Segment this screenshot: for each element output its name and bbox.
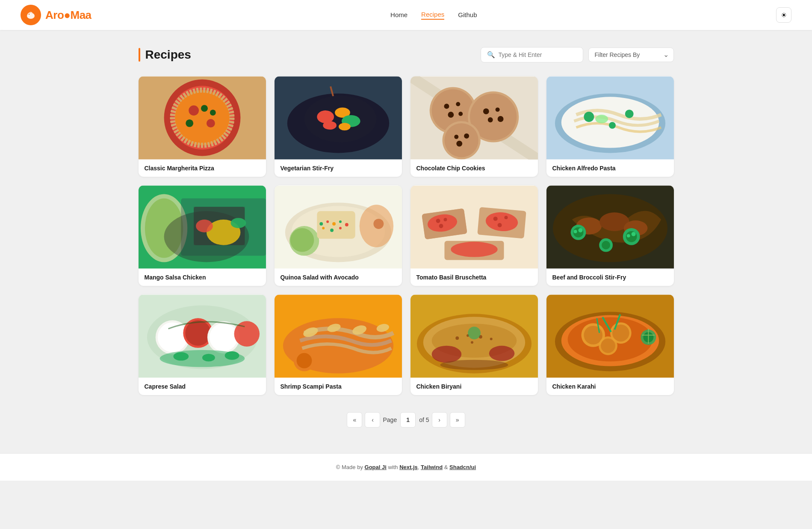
recipe-name: Chocolate Chip Cookies — [410, 160, 538, 177]
svg-point-57 — [230, 218, 246, 228]
svg-point-108 — [185, 320, 211, 346]
svg-point-87 — [451, 242, 497, 257]
svg-point-28 — [456, 102, 460, 106]
recipe-card[interactable]: Chicken Karahi — [546, 294, 674, 395]
svg-point-113 — [173, 352, 189, 361]
recipe-card[interactable]: Chicken Biryani — [410, 294, 538, 395]
svg-point-11 — [186, 119, 193, 127]
recipe-image-10 — [275, 294, 402, 378]
svg-point-67 — [339, 220, 341, 223]
svg-point-29 — [448, 112, 454, 118]
svg-point-70 — [330, 229, 334, 232]
recipe-card[interactable]: Quinoa Salad with Avocado — [275, 185, 402, 286]
svg-point-131 — [490, 338, 492, 340]
svg-point-48 — [595, 115, 608, 123]
recipe-image-7 — [410, 185, 538, 269]
recipe-card[interactable]: Beef and Broccoli Stir-Fry — [546, 185, 674, 286]
next-page-button[interactable]: › — [432, 412, 447, 428]
svg-point-71 — [339, 227, 341, 229]
nav-github[interactable]: Github — [458, 11, 477, 19]
recipe-card[interactable]: Chicken Alfredo Pasta — [546, 76, 674, 177]
svg-point-40 — [464, 134, 469, 139]
prev-page-button[interactable]: ‹ — [365, 412, 380, 428]
filter-wrap: Filter Recipes By Breakfast Lunch Dinner… — [588, 48, 674, 62]
recipe-card[interactable]: Caprese Salad — [139, 294, 266, 395]
recipe-name: Chicken Karahi — [546, 378, 674, 395]
svg-point-100 — [626, 234, 630, 238]
svg-point-41 — [456, 141, 462, 147]
svg-point-46 — [625, 110, 633, 118]
svg-point-134 — [489, 346, 514, 361]
recipe-name: Vegetarian Stir-Fry — [275, 160, 402, 177]
svg-point-39 — [454, 135, 458, 139]
recipe-name: Classic Margherita Pizza — [139, 160, 266, 177]
svg-point-95 — [578, 228, 582, 232]
page-info: Page 1 of 5 — [383, 412, 429, 428]
svg-point-17 — [304, 95, 376, 142]
recipe-image-5 — [139, 185, 266, 269]
of-total-label: of 5 — [419, 416, 429, 423]
recipe-grid: Classic Margherita Pizza Vegetarian Stir… — [139, 76, 674, 395]
logo-icon — [21, 5, 41, 25]
search-filter-area: 🔍 Filter Recipes By Breakfast Lunch Dinn… — [481, 47, 674, 62]
footer: © Made by Gopal Ji with Next.js, Tailwin… — [0, 453, 812, 481]
svg-point-133 — [431, 346, 461, 363]
logo-text: Aro●Maa — [45, 9, 92, 22]
svg-point-99 — [631, 232, 635, 236]
svg-point-10 — [201, 105, 208, 112]
svg-point-64 — [319, 222, 323, 226]
recipe-image-4 — [546, 76, 674, 160]
svg-point-65 — [326, 220, 329, 223]
svg-point-8 — [189, 105, 199, 116]
svg-point-62 — [290, 228, 314, 252]
svg-point-68 — [345, 223, 348, 226]
recipe-image-2 — [275, 76, 402, 160]
svg-point-123 — [296, 353, 312, 369]
page-title: Recipes — [145, 48, 191, 62]
search-input[interactable] — [499, 51, 577, 58]
svg-point-115 — [224, 351, 239, 360]
svg-point-3 — [29, 14, 30, 15]
svg-point-45 — [584, 112, 594, 122]
recipe-card[interactable]: Chocolate Chip Cookies — [410, 76, 538, 177]
recipe-card[interactable]: Tomato Basil Bruschetta — [410, 185, 538, 286]
nav-recipes[interactable]: Recipes — [421, 11, 444, 20]
svg-point-146 — [601, 339, 615, 353]
recipe-image-6 — [275, 185, 402, 269]
recipe-image-8 — [546, 185, 674, 269]
svg-point-35 — [487, 117, 493, 122]
recipe-name: Tomato Basil Bruschetta — [410, 269, 538, 286]
footer-tailwind-link[interactable]: Tailwind — [421, 464, 443, 470]
footer-nextjs-link[interactable]: Next.js — [399, 464, 418, 470]
search-box[interactable]: 🔍 — [481, 47, 583, 62]
svg-point-110 — [209, 323, 237, 351]
svg-point-30 — [458, 112, 463, 116]
nav-home[interactable]: Home — [390, 11, 407, 19]
footer-author-link[interactable]: Gopal Ji — [365, 464, 387, 470]
svg-point-136 — [440, 360, 508, 370]
filter-select[interactable]: Filter Recipes By Breakfast Lunch Dinner… — [588, 48, 674, 62]
recipe-card[interactable]: Mango Salsa Chicken — [139, 185, 266, 286]
last-page-button[interactable]: » — [450, 412, 465, 428]
recipe-name: Quinoa Salad with Avocado — [275, 269, 402, 286]
logo-area[interactable]: Aro●Maa — [21, 5, 92, 25]
footer-text-mid: with — [388, 464, 399, 470]
recipe-card[interactable]: Classic Margherita Pizza — [139, 76, 266, 177]
recipe-card[interactable]: Shrimp Scampi Pasta — [275, 294, 402, 395]
svg-point-83 — [493, 217, 497, 221]
recipe-name: Caprese Salad — [139, 378, 266, 395]
svg-point-69 — [322, 227, 325, 229]
svg-point-128 — [455, 336, 459, 340]
title-accent-bar — [139, 48, 140, 62]
svg-point-102 — [602, 241, 610, 250]
svg-point-36 — [497, 116, 503, 122]
svg-point-33 — [483, 108, 489, 114]
recipe-card[interactable]: Vegetarian Stir-Fry — [275, 76, 402, 177]
pagination: « ‹ Page 1 of 5 › » — [139, 412, 674, 428]
footer-shadcn-link[interactable]: Shadcn/ui — [449, 464, 476, 470]
svg-point-47 — [609, 122, 616, 129]
first-page-button[interactable]: « — [347, 412, 362, 428]
recipe-name: Chicken Biryani — [410, 378, 538, 395]
theme-toggle-button[interactable]: ☀ — [776, 7, 791, 23]
search-icon: 🔍 — [487, 51, 495, 59]
